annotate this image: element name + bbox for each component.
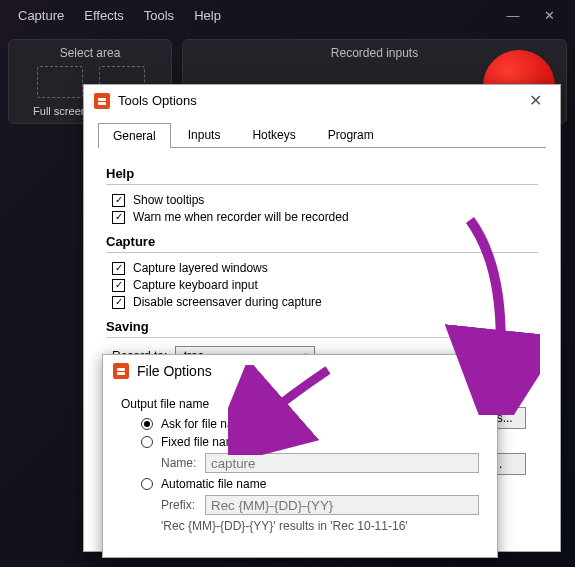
prefix-hint: 'Rec {MM}-{DD}-{YY}' results in 'Rec 10-… <box>161 519 479 533</box>
tab-general[interactable]: General <box>98 123 171 148</box>
label-show-tooltips: Show tooltips <box>133 193 204 207</box>
panel-select-area-header: Select area <box>19 46 161 60</box>
tools-options-titlebar[interactable]: Tools Options ✕ <box>84 85 560 116</box>
window-close[interactable]: ✕ <box>531 8 567 23</box>
label-prefix: Prefix: <box>161 498 205 512</box>
dialog-file-options: File Options ✕ Output file name Ask for … <box>102 354 498 558</box>
label-automatic-file-name: Automatic file name <box>161 477 266 491</box>
file-options-close-icon[interactable]: ✕ <box>457 361 487 380</box>
menu-capture[interactable]: Capture <box>8 4 74 27</box>
tab-hotkeys[interactable]: Hotkeys <box>237 122 310 147</box>
fullscreen-icon[interactable] <box>37 66 83 98</box>
label-screensaver: Disable screensaver during capture <box>133 295 322 309</box>
label-layered: Capture layered windows <box>133 261 268 275</box>
checkbox-screensaver[interactable] <box>112 296 125 309</box>
menu-help[interactable]: Help <box>184 4 231 27</box>
app-icon <box>94 93 110 109</box>
checkbox-layered[interactable] <box>112 262 125 275</box>
checkbox-show-tooltips[interactable] <box>112 194 125 207</box>
radio-fixed-file-name[interactable] <box>141 436 153 448</box>
tools-options-title: Tools Options <box>118 93 520 108</box>
section-capture-heading: Capture <box>106 234 538 249</box>
tab-program[interactable]: Program <box>313 122 389 147</box>
input-fixed-name[interactable] <box>205 453 479 473</box>
file-options-title: File Options <box>137 363 457 379</box>
app-icon <box>113 363 129 379</box>
input-prefix[interactable] <box>205 495 479 515</box>
checkbox-warn-recorded[interactable] <box>112 211 125 224</box>
label-keyboard: Capture keyboard input <box>133 278 258 292</box>
label-ask-file-name: Ask for file name <box>161 417 250 431</box>
window-minimize[interactable]: — <box>495 8 531 23</box>
label-warn-recorded: Warn me when recorder will be recorded <box>133 210 349 224</box>
file-options-body: Output file name Ask for file name Fixed… <box>103 386 497 541</box>
app-menubar: Capture Effects Tools Help — ✕ <box>0 0 575 31</box>
tab-inputs[interactable]: Inputs <box>173 122 236 147</box>
tools-options-close-icon[interactable]: ✕ <box>520 91 550 110</box>
label-output-file-name: Output file name <box>121 397 479 411</box>
section-saving-heading: Saving <box>106 319 538 334</box>
radio-ask-file-name[interactable] <box>141 418 153 430</box>
menu-effects[interactable]: Effects <box>74 4 134 27</box>
file-options-titlebar[interactable]: File Options ✕ <box>103 355 497 386</box>
label-name: Name: <box>161 456 205 470</box>
menu-tools[interactable]: Tools <box>134 4 184 27</box>
checkbox-keyboard[interactable] <box>112 279 125 292</box>
tools-options-tabs: General Inputs Hotkeys Program <box>98 122 546 148</box>
fullscreen-label: Full screen <box>33 105 87 117</box>
radio-automatic-file-name[interactable] <box>141 478 153 490</box>
label-fixed-file-name: Fixed file name <box>161 435 242 449</box>
section-help-heading: Help <box>106 166 538 181</box>
tools-options-content: Help Show tooltips Warn me when recorder… <box>84 148 560 383</box>
